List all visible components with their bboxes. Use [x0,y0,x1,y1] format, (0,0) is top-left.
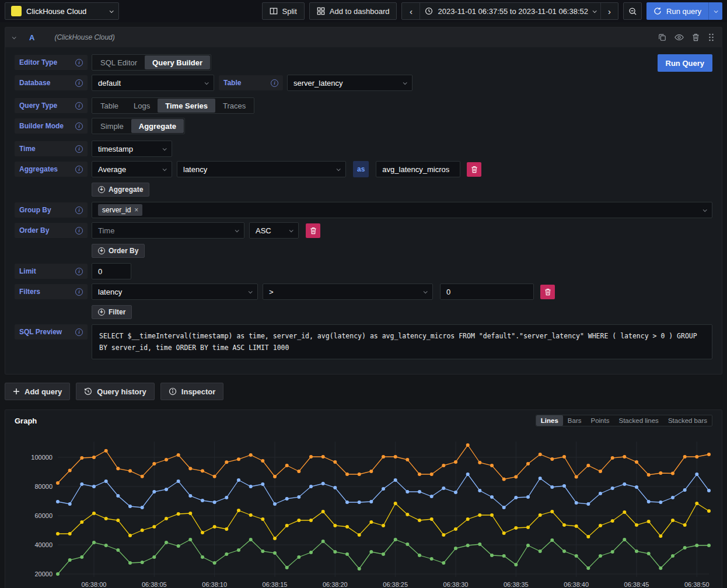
sql-preview-row: SQL Preview SELECT $__timeInterval(times… [15,324,712,359]
time-back-button[interactable]: ‹ [402,3,420,19]
explore-footer: Add query Query history Inspector [5,383,722,400]
datasource-picker[interactable]: ClickHouse Cloud [5,2,119,20]
svg-text:06:38:00: 06:38:00 [82,581,107,588]
history-icon [84,387,92,396]
graph-title: Graph [15,416,37,425]
graph-mode-points[interactable]: Points [586,415,614,426]
chevron-down-icon [235,228,239,232]
info-icon[interactable] [75,102,83,110]
remove-aggregate-button[interactable] [467,162,481,177]
svg-text:06:38:50: 06:38:50 [684,581,709,588]
filter-operator-select[interactable]: > [263,284,433,300]
info-icon[interactable] [75,123,83,130]
remove-filter-button[interactable] [540,285,555,299]
time-column-label: Time [15,141,88,156]
query-ref-id[interactable]: A [29,33,34,42]
info-icon[interactable] [75,79,83,87]
info-icon[interactable] [75,206,83,214]
info-icon[interactable] [75,268,83,275]
query-type-option-traces[interactable]: Traces [215,99,253,113]
plus-circle-icon [98,309,105,316]
query-type-label: Query Type [15,98,88,113]
zoom-out-group [623,2,642,20]
add-filter-button[interactable]: Filter [92,305,132,319]
query-history-button[interactable]: Query history [76,383,155,400]
svg-text:06:38:05: 06:38:05 [142,581,167,588]
svg-text:100000: 100000 [31,454,53,461]
inspector-button[interactable]: Inspector [160,383,224,400]
filters-row: Filters latency > [15,284,712,300]
order-by-field-select[interactable]: Time [92,222,244,239]
timeseries-chart[interactable]: 2000040000600008000010000006:38:0006:38:… [15,432,714,588]
svg-text:06:38:35: 06:38:35 [504,581,529,588]
add-order-by-button[interactable]: Order By [92,244,145,258]
group-by-label: Group By [15,202,88,218]
chevron-down-icon [593,9,597,13]
svg-text:06:38:25: 06:38:25 [383,581,408,588]
query-editor-panel: A (ClickHouse Cloud) Run Query Editor Ty… [5,27,722,374]
graph-panel: Graph Lines Bars Points Stacked lines St… [5,410,722,588]
refresh-icon [653,7,662,15]
remove-chip-icon[interactable]: × [134,206,138,214]
plus-circle-icon [98,247,105,254]
collapse-chevron-icon[interactable] [12,35,16,39]
duplicate-query-icon[interactable] [658,33,666,41]
add-query-button[interactable]: Add query [5,383,70,400]
builder-mode-option-simple[interactable]: Simple [93,119,131,133]
hide-query-eye-icon[interactable] [674,33,684,41]
time-column-select[interactable]: timestamp [92,141,172,157]
zoom-out-button[interactable] [624,3,641,19]
info-icon[interactable] [271,79,278,87]
builder-mode-option-aggregate[interactable]: Aggregate [131,119,184,133]
info-icon[interactable] [75,166,83,173]
top-toolbar: ClickHouse Cloud Split Add to dashboard … [0,0,727,22]
filter-field-select[interactable]: latency [92,284,258,300]
editor-type-option-sql-editor[interactable]: SQL Editor [93,55,145,69]
time-forward-button[interactable]: › [600,3,618,19]
query-type-option-table[interactable]: Table [93,99,126,113]
svg-text:80000: 80000 [34,483,53,490]
aggregate-function-select[interactable]: Average [92,161,172,177]
table-select[interactable]: server_latency [287,75,413,91]
editor-type-option-query-builder[interactable]: Query Builder [145,55,210,69]
limit-label: Limit [15,264,88,279]
remove-order-by-button[interactable] [306,223,320,238]
add-to-dashboard-button[interactable]: Add to dashboard [309,2,397,20]
editor-type-label: Editor Type [15,55,88,70]
info-icon[interactable] [75,288,83,296]
info-icon[interactable] [75,59,83,66]
database-select[interactable]: default [92,75,214,91]
query-type-option-time-series[interactable]: Time Series [158,99,215,113]
graph-mode-lines[interactable]: Lines [536,415,563,426]
query-type-option-logs[interactable]: Logs [126,99,158,113]
filter-value-input[interactable] [440,284,534,300]
split-button[interactable]: Split [262,2,305,20]
order-by-direction-select[interactable]: ASC [249,222,299,239]
svg-text:40000: 40000 [34,541,53,548]
add-to-dashboard-label: Add to dashboard [330,7,390,16]
graph-style-toggle: Lines Bars Points Stacked lines Stacked … [536,415,712,426]
run-query-button[interactable]: Run query [646,2,708,20]
svg-text:06:38:15: 06:38:15 [263,581,288,588]
drag-handle-icon[interactable] [708,33,715,41]
info-icon[interactable] [75,227,83,235]
run-query-dropdown-button[interactable] [708,2,722,20]
info-icon[interactable] [75,145,83,153]
delete-query-trash-icon[interactable] [692,33,700,41]
aggregate-column-select[interactable]: latency [177,161,346,177]
editor-type-toggle: SQL Editor Query Builder [92,54,211,71]
plus-icon [13,388,20,395]
info-icon[interactable] [75,328,83,336]
graph-mode-stacked-lines[interactable]: Stacked lines [614,415,663,426]
svg-text:06:38:45: 06:38:45 [624,581,649,588]
run-query-inner-button[interactable]: Run Query [658,54,712,72]
time-range-picker[interactable]: 2023-11-01 06:37:55 to 2023-11-01 06:38:… [420,3,600,19]
add-aggregate-button[interactable]: Aggregate [92,183,149,197]
graph-mode-stacked-bars[interactable]: Stacked bars [663,415,712,426]
graph-mode-bars[interactable]: Bars [563,415,586,426]
aggregate-alias-input[interactable] [376,161,460,177]
query-datasource-hint: (ClickHouse Cloud) [54,33,114,41]
time-picker-group: ‹ 2023-11-01 06:37:55 to 2023-11-01 06:3… [401,2,618,20]
group-by-multiselect[interactable]: server_id × [92,202,712,218]
limit-input[interactable] [92,263,131,279]
